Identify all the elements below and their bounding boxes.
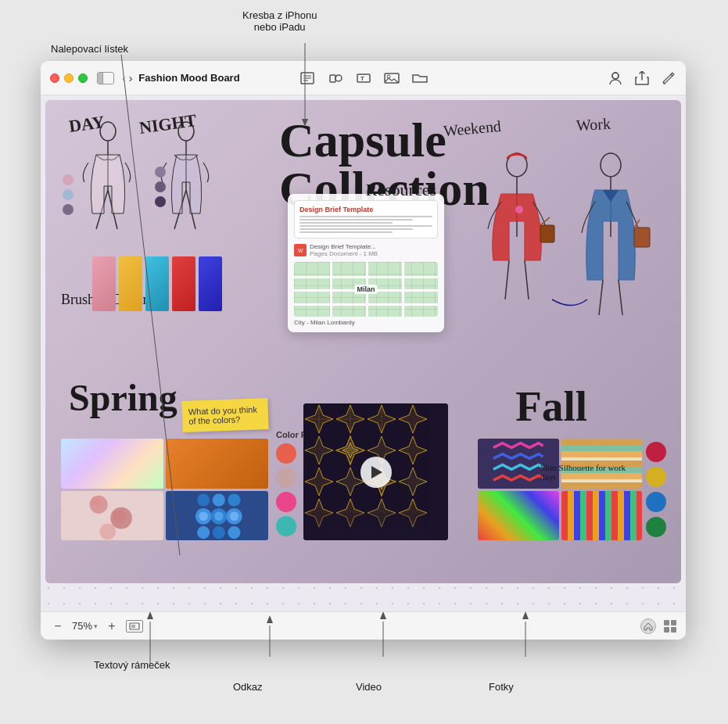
right-image-grid bbox=[478, 439, 642, 540]
svg-point-77 bbox=[515, 206, 523, 213]
image-icon[interactable] bbox=[384, 70, 400, 86]
main-window: ‹ › Fashion Mood Board bbox=[41, 61, 686, 640]
palette-swatch-2 bbox=[276, 468, 296, 488]
svg-rect-85 bbox=[131, 625, 135, 628]
zoom-value: 75% ▾ bbox=[72, 620, 98, 632]
tile-pattern bbox=[303, 403, 448, 540]
svg-point-22 bbox=[612, 73, 619, 79]
fit-screen-button[interactable] bbox=[126, 620, 143, 633]
doc-info: W Design Brief Template... Pages Documen… bbox=[294, 243, 438, 257]
fall-text: Fall bbox=[515, 382, 587, 431]
kresba-label: Kresba z iPhonunebo iPadu bbox=[242, 9, 317, 33]
traffic-lights bbox=[50, 73, 88, 83]
svg-point-78 bbox=[601, 153, 621, 177]
map-region-label: City - Milan Lombardy bbox=[294, 319, 438, 326]
share-icon[interactable] bbox=[634, 70, 650, 86]
svg-rect-53 bbox=[303, 513, 448, 540]
slim-silhouette-label: Slim Silhouette for work days bbox=[540, 463, 634, 482]
nalepovaci-label: Nalepovací lístek bbox=[51, 43, 128, 55]
play-triangle-icon bbox=[371, 466, 382, 478]
right-fashion-sketch bbox=[466, 143, 658, 370]
svg-text:T: T bbox=[360, 75, 364, 82]
image-cell-3 bbox=[61, 491, 163, 541]
svg-point-62 bbox=[214, 511, 224, 521]
play-button[interactable] bbox=[360, 457, 392, 488]
canvas-area[interactable]: CapsuleCollection DAY NIGHT bbox=[41, 95, 686, 611]
mood-board: CapsuleCollection DAY NIGHT bbox=[45, 100, 681, 583]
svg-line-74 bbox=[525, 260, 529, 299]
collaborate-icon[interactable] bbox=[608, 70, 623, 86]
resources-label: Resources bbox=[366, 180, 436, 200]
grid-view-button[interactable] bbox=[664, 620, 676, 633]
zoom-in-button[interactable]: + bbox=[104, 619, 120, 633]
svg-line-73 bbox=[505, 260, 509, 299]
svg-rect-75 bbox=[540, 225, 554, 242]
video-label: Video bbox=[356, 681, 382, 693]
weekend-label: Weekend bbox=[443, 117, 502, 140]
folder-icon[interactable] bbox=[412, 70, 428, 86]
color-swatches-left bbox=[63, 174, 74, 215]
titlebar: ‹ › Fashion Mood Board bbox=[41, 61, 686, 95]
svg-point-60 bbox=[199, 511, 208, 521]
spring-text: Spring bbox=[69, 376, 178, 419]
svg-point-68 bbox=[197, 526, 210, 539]
palette-swatch-3 bbox=[276, 492, 296, 512]
svg-point-69 bbox=[213, 526, 225, 539]
sticky-note: What do you think of the colors? bbox=[181, 398, 268, 432]
map-city-label: Milan bbox=[354, 285, 377, 294]
video-section[interactable] bbox=[303, 403, 448, 540]
svg-point-65 bbox=[197, 493, 210, 506]
zoom-out-button[interactable]: − bbox=[50, 619, 66, 633]
odkaz-label: Odkaz bbox=[233, 681, 263, 693]
right-color-swatches bbox=[646, 439, 669, 540]
window-title: Fashion Mood Board bbox=[138, 72, 239, 84]
forward-arrow[interactable]: › bbox=[129, 72, 133, 84]
minimize-button[interactable] bbox=[64, 73, 74, 83]
fabric-swatches bbox=[92, 256, 222, 311]
toolbar-center: T bbox=[299, 70, 428, 86]
fotky-label: Fotky bbox=[489, 681, 514, 693]
edit-icon[interactable] bbox=[661, 70, 676, 86]
svg-point-55 bbox=[91, 496, 102, 507]
statusbar-right bbox=[640, 618, 676, 634]
doc-preview: Design Brief Template bbox=[294, 200, 438, 238]
right-image-4 bbox=[561, 491, 643, 541]
titlebar-right bbox=[608, 70, 676, 86]
palette-swatch-4 bbox=[276, 516, 296, 536]
svg-point-70 bbox=[228, 526, 240, 539]
svg-rect-15 bbox=[330, 75, 335, 82]
swatch-red bbox=[646, 442, 666, 462]
image-cell-2 bbox=[166, 439, 268, 489]
swatch-blue bbox=[646, 492, 666, 512]
image-cell-1 bbox=[61, 439, 163, 489]
color-swatches-night bbox=[155, 167, 166, 207]
svg-point-67 bbox=[228, 493, 240, 506]
svg-point-64 bbox=[230, 511, 239, 521]
image-cell-4 bbox=[166, 491, 268, 541]
swatch-green bbox=[646, 517, 666, 537]
maximize-button[interactable] bbox=[78, 73, 88, 83]
svg-point-57 bbox=[113, 510, 126, 522]
zoom-chevron-icon: ▾ bbox=[94, 622, 98, 630]
note-icon[interactable] bbox=[299, 70, 315, 86]
map-preview: Milan bbox=[294, 262, 438, 317]
image-grid-left bbox=[61, 439, 268, 540]
doc-icon: W bbox=[294, 244, 307, 256]
sidebar-toggle-button[interactable] bbox=[97, 72, 114, 84]
back-arrow[interactable]: ‹ bbox=[122, 72, 126, 84]
work-label: Work bbox=[576, 115, 611, 134]
nav-buttons: ‹ › bbox=[122, 72, 132, 84]
textovy-label: Textový rámeček bbox=[94, 659, 170, 671]
textbox-icon[interactable]: T bbox=[356, 70, 371, 86]
right-image-3 bbox=[478, 491, 559, 541]
image-grid-right bbox=[478, 439, 669, 540]
statusbar: − 75% ▾ + bbox=[41, 611, 686, 640]
svg-line-80 bbox=[599, 280, 603, 315]
swatch-yellow bbox=[646, 467, 666, 487]
svg-line-81 bbox=[619, 280, 622, 315]
svg-point-58 bbox=[99, 523, 116, 539]
svg-point-16 bbox=[335, 75, 342, 81]
close-button[interactable] bbox=[50, 73, 59, 83]
home-icon[interactable] bbox=[640, 618, 656, 634]
shape-icon[interactable] bbox=[328, 70, 343, 86]
